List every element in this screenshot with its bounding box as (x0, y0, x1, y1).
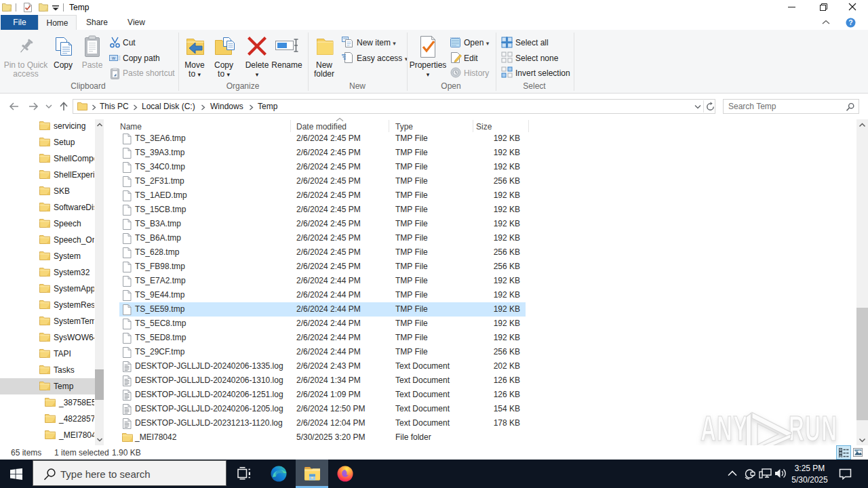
svg-text:w: w (111, 56, 116, 60)
svg-text:?: ? (848, 18, 852, 26)
